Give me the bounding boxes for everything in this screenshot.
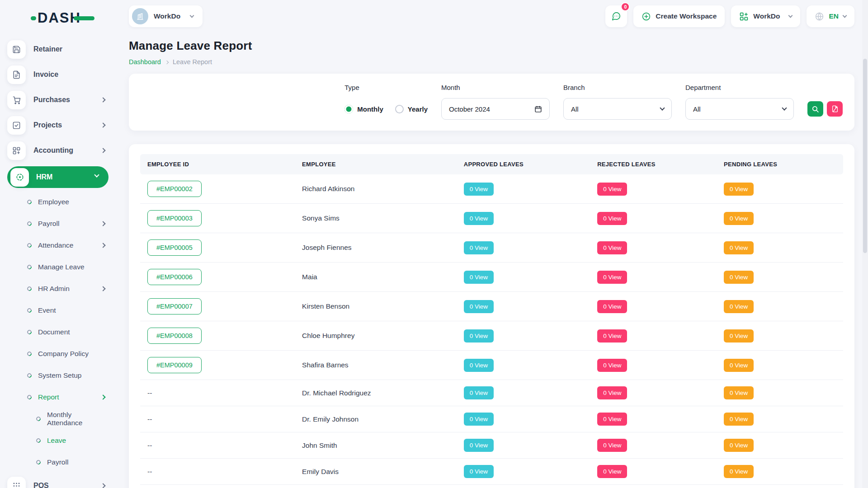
- department-select[interactable]: All: [685, 98, 794, 120]
- create-workspace-button[interactable]: Create Workspace: [633, 5, 725, 27]
- sidebar-item-report-payroll[interactable]: Payroll: [7, 455, 118, 470]
- approved-views-badge[interactable]: 0 View: [464, 183, 494, 196]
- rejected-views-badge[interactable]: 0 View: [597, 413, 627, 426]
- rejected-views-badge[interactable]: 0 View: [597, 359, 627, 372]
- rejected-views-badge[interactable]: 0 View: [597, 300, 627, 313]
- type-filter: Type Monthly Yearly: [344, 84, 428, 120]
- table-row: #EMP00008Chloe Humphrey0 View0 View0 Vie…: [140, 321, 843, 351]
- globe-icon: [815, 12, 824, 21]
- pending-views-badge[interactable]: 0 View: [724, 439, 754, 452]
- employee-id-chip[interactable]: #EMP00005: [147, 239, 202, 256]
- pending-views-badge[interactable]: 0 View: [724, 300, 754, 313]
- sidebar-item-document[interactable]: Document: [7, 324, 118, 340]
- sidebar-item-accounting[interactable]: Accounting: [7, 141, 118, 160]
- sidebar-item-payroll[interactable]: Payroll: [7, 216, 118, 231]
- approved-views-badge[interactable]: 0 View: [464, 386, 494, 399]
- breadcrumb-dashboard-link[interactable]: Dashboard: [129, 58, 161, 66]
- approved-views-badge[interactable]: 0 View: [464, 212, 494, 225]
- rejected-views-badge[interactable]: 0 View: [597, 439, 627, 452]
- sidebar-item-manage-leave[interactable]: Manage Leave: [7, 259, 118, 275]
- sidebar-item-retainer[interactable]: Retainer: [7, 40, 118, 59]
- branch-select[interactable]: All: [563, 98, 672, 120]
- rejected-views-badge[interactable]: 0 View: [597, 212, 627, 225]
- sidebar-item-hrm[interactable]: HRM: [7, 166, 108, 188]
- topbar-actions: 0 Create Workspace WorkDo EN: [605, 5, 854, 27]
- pending-views-badge[interactable]: 0 View: [724, 413, 754, 426]
- approved-views-badge[interactable]: 0 View: [464, 300, 494, 313]
- employee-id-chip[interactable]: #EMP00008: [147, 328, 202, 344]
- column-header: EMPLOYEE ID: [140, 154, 295, 174]
- employee-id-chip[interactable]: #EMP00009: [147, 357, 202, 373]
- month-value: October 2024: [449, 105, 490, 113]
- brand-logo[interactable]: DASH: [7, 8, 118, 28]
- pending-views-badge[interactable]: 0 View: [724, 329, 754, 343]
- chevron-down-icon: [94, 172, 99, 177]
- approved-views-badge[interactable]: 0 View: [464, 271, 494, 284]
- approved-views-badge[interactable]: 0 View: [464, 241, 494, 254]
- pending-views-badge[interactable]: 0 View: [724, 183, 754, 196]
- pending-views-badge[interactable]: 0 View: [724, 359, 754, 372]
- page-scrollbar[interactable]: [862, 0, 868, 488]
- rejected-views-badge[interactable]: 0 View: [597, 386, 627, 399]
- bullet-icon: [26, 372, 33, 379]
- approved-views-badge[interactable]: 0 View: [464, 439, 494, 452]
- create-workspace-label: Create Workspace: [656, 12, 717, 20]
- radio-yearly[interactable]: Yearly: [395, 105, 428, 113]
- sidebar-item-event[interactable]: Event: [7, 303, 118, 318]
- pending-views-badge[interactable]: 0 View: [724, 465, 754, 478]
- rejected-views-badge[interactable]: 0 View: [597, 241, 627, 254]
- employee-id-chip[interactable]: #EMP00002: [147, 181, 202, 197]
- scrollbar-thumb[interactable]: [863, 59, 867, 253]
- language-selector[interactable]: EN: [807, 5, 854, 27]
- sidebar-item-purchases[interactable]: Purchases: [7, 90, 118, 109]
- sidebar-item-company-policy[interactable]: Company Policy: [7, 346, 118, 361]
- sidebar-item-pos[interactable]: POS: [7, 476, 118, 488]
- pending-views-badge[interactable]: 0 View: [724, 212, 754, 225]
- employee-name: Richard Atkinson: [302, 185, 354, 192]
- workspace-selector[interactable]: WorkDo: [129, 5, 203, 27]
- approved-views-badge[interactable]: 0 View: [464, 329, 494, 343]
- pending-views-badge[interactable]: 0 View: [724, 386, 754, 399]
- sidebar-item-label: Manage Leave: [38, 263, 85, 271]
- approved-views-badge[interactable]: 0 View: [464, 359, 494, 372]
- sidebar-item-attendance[interactable]: Attendance: [7, 238, 118, 253]
- employee-id-chip[interactable]: #EMP00003: [147, 210, 202, 226]
- search-button[interactable]: [807, 101, 823, 117]
- radio-monthly-label: Monthly: [357, 105, 383, 113]
- employee-id-chip[interactable]: #EMP00007: [147, 298, 202, 314]
- approved-views-badge[interactable]: 0 View: [464, 413, 494, 426]
- employee-id-empty: --: [147, 389, 152, 397]
- rejected-views-badge[interactable]: 0 View: [597, 271, 627, 284]
- approved-views-badge[interactable]: 0 View: [464, 465, 494, 478]
- type-label: Type: [344, 84, 428, 91]
- plus-circle-icon: [642, 12, 651, 21]
- shopping-cart-icon: [7, 91, 26, 109]
- employee-name: Shafira Barnes: [302, 361, 349, 369]
- sidebar-item-monthly-attendance[interactable]: Monthly Attendance: [7, 411, 118, 427]
- table-row: #EMP00009Shafira Barnes0 View0 View0 Vie…: [140, 351, 843, 380]
- rejected-views-badge[interactable]: 0 View: [597, 465, 627, 478]
- rejected-views-badge[interactable]: 0 View: [597, 183, 627, 196]
- sidebar-item-leave[interactable]: Leave: [7, 433, 118, 448]
- sidebar-item-employee[interactable]: Employee: [7, 194, 118, 210]
- table-row: #EMP00007Kirsten Benson0 View0 View0 Vie…: [140, 292, 843, 321]
- employee-name: Chloe Humphrey: [302, 332, 354, 339]
- column-header: APPROVED LEAVES: [457, 154, 590, 174]
- sidebar-item-projects[interactable]: Projects: [7, 116, 118, 135]
- radio-monthly[interactable]: Monthly: [344, 105, 383, 113]
- chat-bubble-icon: [611, 11, 621, 21]
- sidebar-item-label: Employee: [38, 198, 69, 206]
- reset-filter-button[interactable]: [827, 101, 843, 117]
- messages-button[interactable]: 0: [605, 5, 627, 27]
- month-input[interactable]: October 2024: [441, 98, 550, 120]
- sidebar-item-report[interactable]: Report: [7, 389, 118, 405]
- employee-id-chip[interactable]: #EMP00006: [147, 269, 202, 285]
- sidebar-item-invoice[interactable]: Invoice: [7, 65, 118, 84]
- pending-views-badge[interactable]: 0 View: [724, 271, 754, 284]
- radio-yearly-label: Yearly: [408, 105, 428, 113]
- sidebar-item-system-setup[interactable]: System Setup: [7, 368, 118, 383]
- sidebar-item-hr-admin[interactable]: HR Admin: [7, 281, 118, 296]
- pending-views-badge[interactable]: 0 View: [724, 241, 754, 254]
- rejected-views-badge[interactable]: 0 View: [597, 329, 627, 343]
- workdo-apps-menu[interactable]: WorkDo: [731, 5, 800, 27]
